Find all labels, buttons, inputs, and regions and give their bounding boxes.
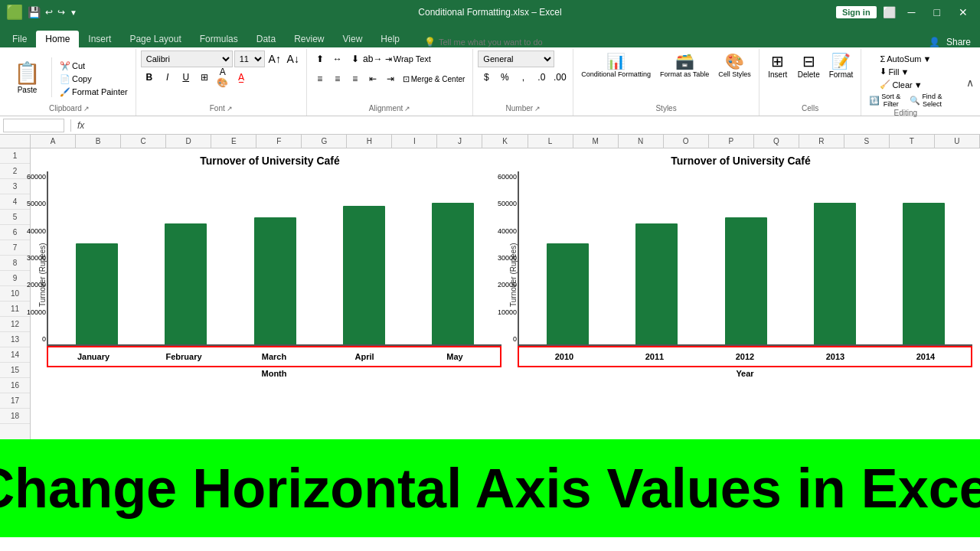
share-label[interactable]: Share <box>946 37 971 47</box>
align-middle-button[interactable]: ↔ <box>329 51 346 67</box>
align-bottom-button[interactable]: ⬇ <box>347 51 364 67</box>
italic-button[interactable]: I <box>159 69 176 86</box>
format-button[interactable]: 📝 Format <box>826 51 857 80</box>
bold-button[interactable]: B <box>141 69 158 86</box>
font-expand-icon[interactable]: ↗ <box>227 105 233 112</box>
tab-home[interactable]: Home <box>36 31 79 47</box>
alignment-expand-icon[interactable]: ↗ <box>404 105 410 112</box>
close-button[interactable]: ✕ <box>952 5 974 20</box>
increase-indent-button[interactable]: ⇥ <box>382 70 399 87</box>
col-header-I[interactable]: I <box>392 135 437 148</box>
quick-save[interactable]: 💾 <box>28 6 41 18</box>
col-header-E[interactable]: E <box>211 135 256 148</box>
col-header-S[interactable]: S <box>844 135 890 148</box>
align-right-button[interactable]: ≡ <box>347 70 364 87</box>
increase-decimal-button[interactable]: .00 <box>551 69 568 86</box>
find-select-button[interactable]: 🔍 Find &Select <box>906 92 945 109</box>
border-button[interactable]: ⊞ <box>196 69 213 86</box>
text-direction-button[interactable]: ab→ <box>364 51 381 67</box>
clipboard-expand-icon[interactable]: ↗ <box>83 105 90 112</box>
tab-view[interactable]: View <box>334 31 372 47</box>
fill-color-button[interactable]: A🎨 <box>214 69 231 86</box>
align-top-button[interactable]: ⬆ <box>312 51 328 67</box>
autosum-button[interactable]: Σ AutoSum ▼ <box>877 54 934 64</box>
tab-formulas[interactable]: Formulas <box>191 31 247 47</box>
tab-help[interactable]: Help <box>371 31 409 47</box>
col-header-N[interactable]: N <box>619 135 664 148</box>
copy-button[interactable]: 📄 Copy <box>57 73 131 85</box>
sort-filter-button[interactable]: 🔃 Sort &Filter <box>866 92 903 109</box>
col-header-H[interactable]: H <box>347 135 392 148</box>
bar-April <box>319 171 408 344</box>
align-center-button[interactable]: ≡ <box>329 70 346 87</box>
col-header-Q[interactable]: Q <box>754 135 799 148</box>
col-header-D[interactable]: D <box>166 135 211 148</box>
col-header-K[interactable]: K <box>482 135 528 148</box>
col-header-M[interactable]: M <box>573 135 619 148</box>
font-color-button[interactable]: A̲ <box>233 69 250 86</box>
underline-button[interactable]: U <box>178 69 194 86</box>
row-header-16[interactable]: 16 <box>0 378 30 393</box>
row-header-17[interactable]: 17 <box>0 393 30 409</box>
percent-button[interactable]: % <box>496 69 513 86</box>
ribbon-collapse-button[interactable]: ∧ <box>963 49 977 116</box>
maximize-button[interactable]: □ <box>928 5 946 20</box>
corner-cell[interactable] <box>0 135 31 148</box>
font-name-select[interactable]: Calibri <box>141 51 233 67</box>
merge-center-button[interactable]: ⊡ Merge & Center <box>400 73 469 85</box>
styles-group: 📊 Conditional Formatting 🗃️ Format as Ta… <box>573 49 759 116</box>
col-header-G[interactable]: G <box>302 135 347 148</box>
col-header-R[interactable]: R <box>799 135 844 148</box>
minimize-button[interactable]: ─ <box>902 5 922 20</box>
comma-button[interactable]: , <box>514 69 531 86</box>
delete-button[interactable]: ⊟ Delete <box>795 51 823 80</box>
col-header-C[interactable]: C <box>121 135 166 148</box>
sign-in-button[interactable]: Sign in <box>836 6 877 18</box>
conditional-formatting-button[interactable]: 📊 Conditional Formatting <box>578 51 654 80</box>
row-header-18[interactable]: 18 <box>0 409 30 424</box>
cell-styles-button[interactable]: 🎨 Cell Styles <box>715 51 754 80</box>
currency-button[interactable]: $ <box>478 69 495 86</box>
col-header-J[interactable]: J <box>437 135 482 148</box>
col-header-B[interactable]: B <box>76 135 121 148</box>
x-label-2012: 2012 <box>700 350 790 363</box>
cut-button[interactable]: ✂️ Cut <box>57 60 131 72</box>
col-header-U[interactable]: U <box>935 135 980 148</box>
format-painter-button[interactable]: 🖌️ Format Painter <box>57 86 131 98</box>
fill-button[interactable]: ⬇ Fill ▼ <box>877 66 912 77</box>
quick-access-more[interactable]: ▼ <box>70 8 77 17</box>
col-header-F[interactable]: F <box>256 135 302 148</box>
clear-button[interactable]: 🧹 Clear ▼ <box>877 79 925 90</box>
font-size-select[interactable]: 11 <box>234 51 265 67</box>
col-header-T[interactable]: T <box>890 135 935 148</box>
increase-font-size-button[interactable]: A↑ <box>266 51 283 67</box>
undo-btn[interactable]: ↩ <box>45 7 53 18</box>
row-header-1[interactable]: 1 <box>0 148 30 164</box>
decrease-font-size-button[interactable]: A↓ <box>285 51 302 67</box>
decrease-indent-button[interactable]: ⇤ <box>364 70 381 87</box>
number-expand-icon[interactable]: ↗ <box>534 105 541 112</box>
tab-review[interactable]: Review <box>285 31 333 47</box>
col-header-P[interactable]: P <box>709 135 754 148</box>
format-as-table-button[interactable]: 🗃️ Format as Table <box>657 51 712 80</box>
name-box[interactable] <box>3 119 64 132</box>
tab-page-layout[interactable]: Page Layout <box>120 31 190 47</box>
wrap-text-button[interactable]: ⇥ Wrap Text <box>382 54 434 65</box>
tab-data[interactable]: Data <box>247 31 285 47</box>
paste-button[interactable]: 📋 Paste <box>8 57 47 97</box>
tab-insert[interactable]: Insert <box>79 31 120 47</box>
insert-button[interactable]: ⊞ Insert <box>764 51 792 80</box>
tab-file[interactable]: File <box>3 31 36 47</box>
number-format-select[interactable]: General <box>478 51 554 67</box>
col-header-A[interactable]: A <box>31 135 76 148</box>
align-left-button[interactable]: ≡ <box>312 70 328 87</box>
redo-btn[interactable]: ↪ <box>57 7 65 18</box>
ribbon-display-btn[interactable]: ⬜ <box>883 6 896 18</box>
formula-input[interactable] <box>87 119 977 132</box>
decrease-decimal-button[interactable]: .0 <box>533 69 550 86</box>
col-header-L[interactable]: L <box>528 135 573 148</box>
col-header-O[interactable]: O <box>664 135 709 148</box>
row-header-15[interactable]: 15 <box>0 363 30 378</box>
row-header-14[interactable]: 14 <box>0 347 30 363</box>
tell-me-input[interactable] <box>439 37 592 47</box>
